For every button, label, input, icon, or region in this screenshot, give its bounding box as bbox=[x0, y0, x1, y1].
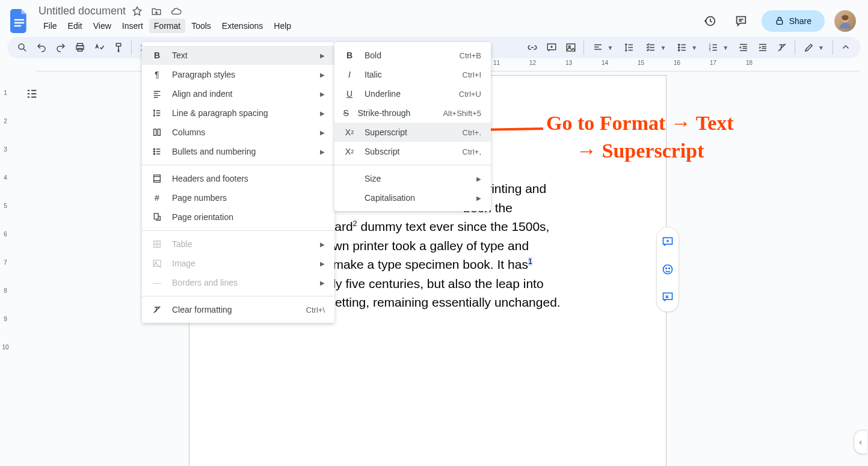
separator bbox=[795, 40, 795, 55]
text-underline[interactable]: UUnderlineCtrl+U bbox=[334, 84, 491, 103]
svg-point-15 bbox=[679, 49, 680, 51]
format-clear-formatting[interactable]: Clear formattingCtrl+\ bbox=[142, 300, 334, 319]
svg-point-6 bbox=[19, 44, 24, 49]
format-page-numbers[interactable]: #Page numbers bbox=[142, 188, 334, 207]
svg-text:3: 3 bbox=[709, 48, 711, 52]
star-icon[interactable] bbox=[132, 6, 143, 17]
align-dropdown[interactable]: ▼ bbox=[588, 38, 618, 57]
text-superscript[interactable]: X2SuperscriptCtrl+. bbox=[334, 123, 491, 142]
clear-formatting-icon[interactable] bbox=[773, 38, 791, 57]
svg-point-21 bbox=[666, 268, 667, 269]
menu-tools[interactable]: Tools bbox=[186, 19, 216, 33]
format-paragraph-styles[interactable]: ¶Paragraph styles▶ bbox=[142, 65, 334, 84]
svg-point-26 bbox=[153, 149, 155, 150]
menu-view[interactable]: View bbox=[88, 19, 116, 33]
text-strikethrough[interactable]: SStrike-throughAlt+Shift+5 bbox=[334, 103, 491, 123]
side-actions bbox=[656, 227, 679, 312]
text-size[interactable]: Size▶ bbox=[334, 169, 491, 188]
comments-icon[interactable] bbox=[730, 10, 752, 32]
separator bbox=[833, 40, 833, 55]
svg-point-28 bbox=[153, 153, 155, 155]
svg-rect-4 bbox=[777, 20, 782, 24]
menu-bar: File Edit View Insert Format Tools Exten… bbox=[36, 17, 694, 37]
format-image: Image▶ bbox=[142, 254, 334, 273]
outline-toggle-icon[interactable] bbox=[20, 82, 43, 105]
checklist-dropdown[interactable]: ▼ bbox=[641, 38, 671, 57]
share-label: Share bbox=[789, 16, 811, 26]
add-comment-icon[interactable] bbox=[543, 38, 561, 57]
svg-rect-30 bbox=[154, 213, 158, 219]
format-text[interactable]: BText▶ bbox=[142, 46, 334, 65]
cloud-status-icon[interactable] bbox=[170, 6, 182, 17]
separator bbox=[583, 40, 584, 55]
user-avatar[interactable] bbox=[834, 10, 856, 32]
numbered-list-dropdown[interactable]: 123▼ bbox=[703, 38, 733, 57]
document-title[interactable]: Untitled document bbox=[38, 5, 126, 17]
vertical-ruler[interactable]: 12345678910 bbox=[0, 72, 11, 466]
paint-format-icon[interactable] bbox=[109, 38, 128, 57]
text-capitalisation[interactable]: Capitalisation▶ bbox=[334, 188, 491, 207]
app-header: Untitled document File Edit View Insert … bbox=[0, 0, 868, 37]
line-spacing-icon[interactable] bbox=[619, 38, 639, 57]
svg-rect-0 bbox=[14, 19, 25, 20]
history-icon[interactable] bbox=[699, 10, 721, 32]
menu-file[interactable]: File bbox=[38, 19, 62, 33]
svg-rect-11 bbox=[567, 44, 576, 51]
format-align-indent[interactable]: Align and indent▶ bbox=[142, 84, 334, 103]
menu-edit[interactable]: Edit bbox=[63, 19, 87, 33]
svg-point-22 bbox=[669, 268, 670, 269]
menu-extensions[interactable]: Extensions bbox=[217, 19, 268, 33]
svg-rect-2 bbox=[14, 25, 22, 26]
format-menu: BText▶ ¶Paragraph styles▶ Align and inde… bbox=[142, 42, 334, 323]
separator bbox=[131, 40, 132, 55]
emoji-reaction-icon[interactable] bbox=[658, 260, 677, 279]
format-headers-footers[interactable]: Headers and footers bbox=[142, 169, 334, 188]
side-panel-toggle[interactable]: ‹ bbox=[854, 430, 867, 454]
svg-point-14 bbox=[679, 47, 680, 48]
bulleted-list-dropdown[interactable]: ▼ bbox=[672, 38, 702, 57]
add-comment-side-icon[interactable] bbox=[658, 232, 677, 251]
search-menus-icon[interactable] bbox=[13, 38, 31, 57]
redo-icon[interactable] bbox=[52, 38, 70, 57]
format-page-orientation[interactable]: Page orientation bbox=[142, 207, 334, 227]
move-icon[interactable] bbox=[151, 6, 162, 17]
menu-format[interactable]: Format bbox=[149, 19, 185, 33]
collapse-toolbar-icon[interactable] bbox=[837, 38, 855, 57]
menu-help[interactable]: Help bbox=[269, 19, 296, 33]
decrease-indent-icon[interactable] bbox=[734, 38, 753, 57]
svg-rect-25 bbox=[158, 129, 160, 136]
svg-rect-32 bbox=[153, 260, 161, 267]
undo-icon[interactable] bbox=[32, 38, 51, 57]
spellcheck-icon[interactable] bbox=[90, 38, 108, 57]
svg-point-27 bbox=[153, 151, 155, 152]
text-bold[interactable]: BBoldCtrl+B bbox=[334, 46, 491, 65]
editing-mode-dropdown[interactable]: ▼ bbox=[799, 38, 829, 57]
share-button[interactable]: Share bbox=[762, 10, 825, 32]
svg-rect-29 bbox=[154, 175, 161, 182]
text-submenu: BBoldCtrl+B IItalicCtrl+I UUnderlineCtrl… bbox=[334, 42, 491, 211]
menu-insert[interactable]: Insert bbox=[117, 19, 148, 33]
print-icon[interactable] bbox=[71, 38, 89, 57]
svg-point-13 bbox=[679, 44, 680, 45]
suggest-edits-icon[interactable] bbox=[658, 287, 677, 307]
svg-point-20 bbox=[663, 265, 673, 274]
insert-link-icon[interactable] bbox=[523, 38, 541, 57]
format-borders-lines: —Borders and lines▶ bbox=[142, 273, 334, 292]
format-table: Table▶ bbox=[142, 235, 334, 254]
format-columns[interactable]: Columns▶ bbox=[142, 123, 334, 142]
text-italic[interactable]: IItalicCtrl+I bbox=[334, 65, 491, 84]
increase-indent-icon[interactable] bbox=[754, 38, 772, 57]
format-bullets-numbering[interactable]: Bullets and numbering▶ bbox=[142, 142, 334, 161]
svg-rect-24 bbox=[154, 129, 156, 136]
svg-rect-1 bbox=[14, 22, 25, 23]
docs-logo[interactable] bbox=[7, 9, 31, 33]
format-line-spacing[interactable]: Line & paragraph spacing▶ bbox=[142, 103, 334, 123]
text-subscript[interactable]: X2SubscriptCtrl+, bbox=[334, 142, 491, 161]
insert-image-icon[interactable] bbox=[562, 38, 580, 57]
